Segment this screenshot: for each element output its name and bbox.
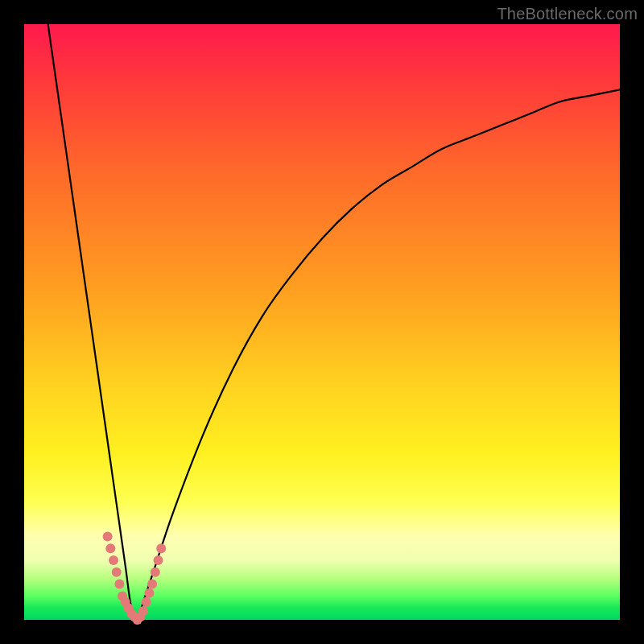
- bottleneck-curve: [48, 24, 620, 620]
- highlighted-points: [103, 531, 167, 625]
- marker-dot: [154, 555, 163, 565]
- marker-dot: [109, 555, 118, 565]
- marker-dot: [138, 606, 148, 616]
- marker-dot: [144, 588, 154, 598]
- marker-dot: [142, 597, 151, 607]
- marker-dot: [114, 580, 124, 589]
- marker-dot: [112, 568, 122, 577]
- curve-svg: [24, 24, 620, 620]
- chart-stage: TheBottleneck.com: [0, 0, 644, 644]
- plot-area: [24, 24, 620, 620]
- marker-dot: [103, 531, 113, 541]
- watermark-text: TheBottleneck.com: [497, 5, 638, 23]
- marker-dot: [156, 543, 166, 553]
- marker-dot: [105, 543, 115, 553]
- marker-dot: [147, 580, 157, 589]
- marker-dot: [151, 568, 160, 577]
